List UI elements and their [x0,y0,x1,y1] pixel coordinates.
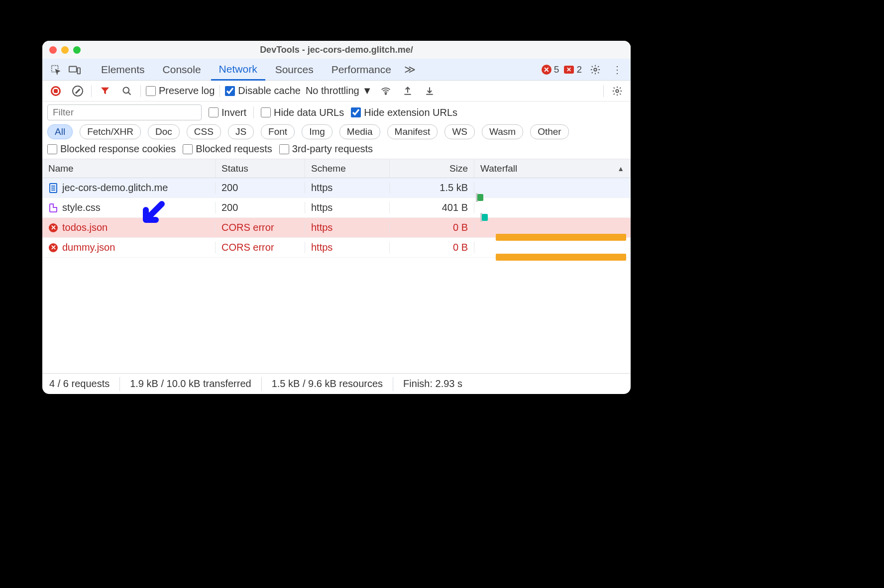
errors-badge[interactable]: ✕ 5 [542,64,559,75]
errors-count: 5 [554,64,559,75]
table-row[interactable]: ✕dummy.jsonCORS errorhttps0 B [42,238,631,258]
table-row[interactable]: ✕todos.jsonCORS errorhttps0 B [42,218,631,238]
request-name: dummy.json [62,242,115,253]
request-status: CORS error [216,242,305,253]
panel-tabs: Elements Console Network Sources Perform… [42,59,631,81]
devtools-window: DevTools - jec-cors-demo.glitch.me/ Elem… [42,41,631,394]
svg-rect-1 [69,66,77,72]
chip-wasm[interactable]: Wasm [482,124,523,139]
disable-cache-checkbox[interactable]: Disable cache [225,85,301,97]
inspect-icon[interactable] [47,61,64,78]
tab-elements[interactable]: Elements [93,59,153,80]
tab-network[interactable]: Network [211,59,265,81]
third-party-checkbox[interactable]: 3rd-party requests [279,143,373,155]
request-status: CORS error [216,222,305,233]
chevron-down-icon: ▼ [362,85,372,97]
col-scheme[interactable]: Scheme [305,159,390,178]
error-circle-icon: ✕ [542,65,552,75]
divider [220,85,220,97]
document-icon [48,183,58,193]
col-name[interactable]: Name [42,159,216,178]
invert-label: Invert [221,107,246,118]
settings-icon[interactable] [587,61,604,78]
issues-count: 2 [576,64,582,75]
chip-manifest[interactable]: Manifest [387,124,438,139]
tab-console[interactable]: Console [155,59,209,80]
request-status: 200 [216,182,305,194]
divider [91,85,92,97]
blocked-requests-checkbox[interactable]: Blocked requests [183,143,272,155]
more-tabs-icon[interactable]: ≫ [401,63,419,76]
status-requests: 4 / 6 requests [49,378,110,390]
titlebar: DevTools - jec-cors-demo.glitch.me/ [42,41,631,59]
col-waterfall[interactable]: Waterfall ▲ [474,159,631,178]
request-size: 1.5 kB [390,182,474,194]
chip-font[interactable]: Font [261,124,295,139]
status-bar: 4 / 6 requests 1.9 kB / 10.0 kB transfer… [42,373,631,394]
close-window-icon[interactable] [49,46,57,54]
hide-data-urls-label: Hide data URLs [274,107,344,118]
import-har-icon[interactable] [421,83,438,99]
export-har-icon[interactable] [399,83,416,99]
window-controls [49,46,81,54]
tab-performance[interactable]: Performance [324,59,399,80]
filter-area: Invert Hide data URLs Hide extension URL… [42,101,631,159]
sort-asc-icon: ▲ [617,165,624,173]
minimize-window-icon[interactable] [61,46,69,54]
preserve-log-checkbox[interactable]: Preserve log [146,85,215,97]
blocked-cookies-label: Blocked response cookies [60,143,176,155]
chip-img[interactable]: Img [302,124,332,139]
filter-toggle-icon[interactable] [97,83,113,99]
hide-data-urls-checkbox[interactable]: Hide data URLs [261,107,344,118]
status-resources: 1.5 kB / 9.6 kB resources [272,378,383,390]
third-party-label: 3rd-party requests [292,143,373,155]
chip-fetch-xhr[interactable]: Fetch/XHR [80,124,141,139]
divider [261,377,262,391]
col-size[interactable]: Size [390,159,474,178]
svg-point-6 [616,90,619,93]
tab-sources[interactable]: Sources [267,59,322,80]
issues-badge[interactable]: ✕ 2 [564,64,582,75]
chip-js[interactable]: JS [228,124,254,139]
blocked-cookies-checkbox[interactable]: Blocked response cookies [47,143,176,155]
divider [253,106,254,118]
throttling-select[interactable]: No throttling ▼ [306,85,372,97]
svg-point-4 [123,87,129,93]
chip-ws[interactable]: WS [444,124,475,139]
network-conditions-icon[interactable] [377,83,394,99]
hide-extension-urls-label: Hide extension URLs [364,107,457,118]
device-toggle-icon[interactable] [66,61,83,78]
panel-settings-icon[interactable] [609,83,626,99]
clear-icon[interactable] [69,83,86,99]
request-status: 200 [216,202,305,213]
request-name: todos.json [62,222,108,233]
table-body: jec-cors-demo.glitch.me200https1.5 kBsty… [42,178,631,373]
hide-extension-urls-checkbox[interactable]: Hide extension URLs [351,107,457,118]
chip-other[interactable]: Other [530,124,569,139]
zoom-window-icon[interactable] [73,46,81,54]
svg-rect-2 [78,68,81,74]
col-status[interactable]: Status [216,159,305,178]
stylesheet-icon [48,203,58,213]
table-row[interactable]: jec-cors-demo.glitch.me200https1.5 kB [42,178,631,198]
request-name: style.css [62,202,101,213]
divider [140,85,141,97]
disable-cache-label: Disable cache [238,85,301,97]
error-icon: ✕ [48,223,58,233]
window-title: DevTools - jec-cors-demo.glitch.me/ [42,45,631,55]
issue-square-icon: ✕ [564,66,574,74]
divider [393,377,393,391]
svg-point-3 [594,68,597,71]
chip-all[interactable]: All [47,124,73,139]
search-icon[interactable] [118,83,135,99]
table-header: Name Status Scheme Size Waterfall ▲ [42,159,631,178]
kebab-menu-icon[interactable]: ⋮ [609,61,626,78]
table-row[interactable]: style.css200https401 B [42,198,631,218]
chip-media[interactable]: Media [339,124,380,139]
chip-css[interactable]: CSS [187,124,221,139]
divider [603,85,604,97]
invert-checkbox[interactable]: Invert [209,107,246,118]
filter-input[interactable] [47,104,202,120]
chip-doc[interactable]: Doc [148,124,180,139]
record-icon[interactable] [47,83,64,99]
